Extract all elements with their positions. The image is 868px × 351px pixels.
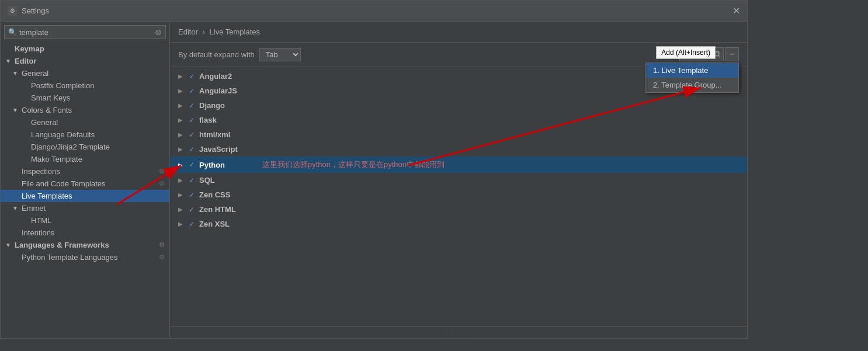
add-dropdown: 1. Live Template 2. Template Group... <box>645 62 739 93</box>
template-group-name: Zen XSL <box>199 220 246 228</box>
search-clear-icon[interactable]: ⊗ <box>155 27 162 37</box>
template-row-sql[interactable]: ▶ ✓ SQL <box>170 173 747 187</box>
chevron-right-icon: ▶ <box>178 146 184 152</box>
sidebar-item-language-defaults[interactable]: Language Defaults <box>1 128 169 141</box>
template-row-python[interactable]: ▶ ✓ Python 这里我们选择python，这样只要是在python中都能用… <box>170 157 747 173</box>
sidebar-item-lang-frameworks[interactable]: ▼ Languages & Frameworks ⚙ <box>1 239 169 251</box>
breadcrumb-editor: Editor <box>178 27 198 36</box>
template-row-javascript[interactable]: ▶ ✓ JavaScript <box>170 142 747 157</box>
template-row-flask[interactable]: ▶ ✓ flask <box>170 113 747 127</box>
chevron-right-icon: ▶ <box>178 102 184 109</box>
sidebar-item-colors-fonts[interactable]: ▼ Colors & Fonts <box>1 104 169 116</box>
sidebar-item-label: Python Template Languages <box>22 253 118 262</box>
sidebar-item-keymap[interactable]: Keymap <box>1 43 169 55</box>
template-check-icon: ✓ <box>189 145 195 154</box>
close-button[interactable]: ✕ <box>732 5 740 16</box>
sidebar: 🔍 ⊗ Keymap ▼ Editor ▼ General Postfix Co… <box>1 22 170 338</box>
template-list: ▶ ✓ Angular2 ▶ ✓ AngularJS ▶ ✓ Django ▶ … <box>170 67 747 326</box>
template-row-django[interactable]: ▶ ✓ Django <box>170 98 747 113</box>
main-content: Editor › Live Templates By default expan… <box>170 22 747 338</box>
template-check-icon: ✓ <box>189 87 195 95</box>
remove-button[interactable]: − <box>725 47 739 61</box>
template-group-name: Django <box>199 101 246 110</box>
dropdown-template-group[interactable]: 2. Template Group... <box>646 78 738 92</box>
sidebar-item-general2[interactable]: General <box>1 116 169 128</box>
settings-dialog: ⚙ Settings ✕ 🔍 ⊗ Keymap ▼ Editor ▼ <box>0 0 748 339</box>
expand-select[interactable]: Tab Enter Space <box>259 48 301 61</box>
template-row-zen-html[interactable]: ▶ ✓ Zen HTML <box>170 202 747 217</box>
template-check-icon: ✓ <box>189 131 195 139</box>
template-group-name: Zen CSS <box>199 190 246 199</box>
chevron-right-icon: ▶ <box>178 131 184 138</box>
settings-icon: ⚙ <box>159 253 165 261</box>
sidebar-item-label: Editor <box>15 57 37 65</box>
template-check-icon: ✓ <box>189 116 195 124</box>
template-check-icon: ✓ <box>189 191 195 199</box>
template-group-name: html/xml <box>199 130 246 139</box>
template-group-name: AngularJS <box>199 86 246 95</box>
sidebar-item-label: Smart Keys <box>31 93 70 102</box>
add-tooltip: Add (Alt+Insert) <box>656 46 716 59</box>
template-check-icon: ✓ <box>189 206 195 214</box>
template-check-icon: ✓ <box>189 102 195 110</box>
dropdown-live-template[interactable]: 1. Live Template <box>646 63 738 78</box>
template-row-html-xml[interactable]: ▶ ✓ html/xml <box>170 127 747 142</box>
sidebar-item-emmet[interactable]: ▼ Emmet <box>1 202 169 214</box>
template-check-icon: ✓ <box>189 72 195 81</box>
template-group-name: Angular2 <box>199 72 246 81</box>
template-group-name: flask <box>199 116 246 124</box>
titlebar-left: ⚙ Settings <box>8 6 49 16</box>
expand-label: By default expand with <box>178 50 255 59</box>
sidebar-item-label: Live Templates <box>22 192 72 200</box>
drag-handle: · · · · · <box>446 329 471 336</box>
search-box: 🔍 ⊗ <box>4 25 166 39</box>
sidebar-item-label: File and Code Templates <box>22 179 106 188</box>
sidebar-item-label: Colors & Fonts <box>22 106 72 114</box>
expand-select-wrap: Tab Enter Space <box>259 48 301 61</box>
sidebar-item-file-code-templates[interactable]: File and Code Templates ⚙ <box>1 178 169 190</box>
breadcrumb: Editor › Live Templates <box>170 22 747 43</box>
action-buttons-wrapper: Add (Alt+Insert) + ✎ ⧉ − 1. Live Templat… <box>679 47 739 61</box>
sidebar-item-live-templates[interactable]: Live Templates <box>1 190 169 202</box>
template-row-zen-css[interactable]: ▶ ✓ Zen CSS <box>170 187 747 202</box>
search-icon: 🔍 <box>8 28 17 36</box>
titlebar: ⚙ Settings ✕ <box>1 1 747 22</box>
dialog-title: Settings <box>22 6 49 15</box>
template-group-name: JavaScript <box>199 145 246 154</box>
settings-icon: ⚙ <box>159 168 165 175</box>
template-comment: 这里我们选择python，这样只要是在python中都能用到 <box>262 159 445 170</box>
sidebar-item-smart-keys[interactable]: Smart Keys <box>1 92 169 104</box>
dialog-body: 🔍 ⊗ Keymap ▼ Editor ▼ General Postfix Co… <box>1 22 747 338</box>
sidebar-item-label: Django/Jinja2 Template <box>31 143 110 151</box>
sidebar-item-postfix[interactable]: Postfix Completion <box>1 79 169 92</box>
sidebar-item-label: Postfix Completion <box>31 81 94 90</box>
sidebar-item-intentions[interactable]: Intentions <box>1 227 169 239</box>
chevron-down-icon: ▼ <box>12 70 19 77</box>
sidebar-item-label: General <box>22 69 48 78</box>
settings-icon: ⚙ <box>8 6 17 16</box>
chevron-down-icon: ▼ <box>12 205 19 211</box>
sidebar-item-label: Mako Template <box>31 155 82 164</box>
sidebar-item-editor[interactable]: ▼ Editor <box>1 55 169 67</box>
template-check-icon: ✓ <box>189 220 195 228</box>
template-group-name: Zen HTML <box>199 205 246 214</box>
sidebar-item-label: HTML <box>31 216 51 225</box>
search-input[interactable] <box>19 28 152 37</box>
sidebar-item-general[interactable]: ▼ General <box>1 67 169 79</box>
template-check-icon: ✓ <box>189 161 195 169</box>
sidebar-item-label: Inspections <box>22 167 60 176</box>
sidebar-item-label: Intentions <box>22 228 54 237</box>
template-row-zen-xsl[interactable]: ▶ ✓ Zen XSL <box>170 217 747 231</box>
sidebar-item-label: Keymap <box>15 44 44 53</box>
template-check-icon: ✓ <box>189 176 195 185</box>
sidebar-item-label: Emmet <box>22 204 46 213</box>
sidebar-item-inspections[interactable]: Inspections ⚙ <box>1 165 169 178</box>
sidebar-item-mako[interactable]: Mako Template <box>1 153 169 165</box>
sidebar-item-python-template-lang[interactable]: Python Template Languages ⚙ <box>1 251 169 263</box>
sidebar-item-html[interactable]: HTML <box>1 214 169 227</box>
template-group-name: SQL <box>199 176 246 185</box>
settings-icon: ⚙ <box>159 180 165 187</box>
chevron-down-icon: ▼ <box>12 107 19 113</box>
chevron-right-icon: ▶ <box>178 206 184 213</box>
sidebar-item-django-jinja2[interactable]: Django/Jinja2 Template <box>1 141 169 153</box>
